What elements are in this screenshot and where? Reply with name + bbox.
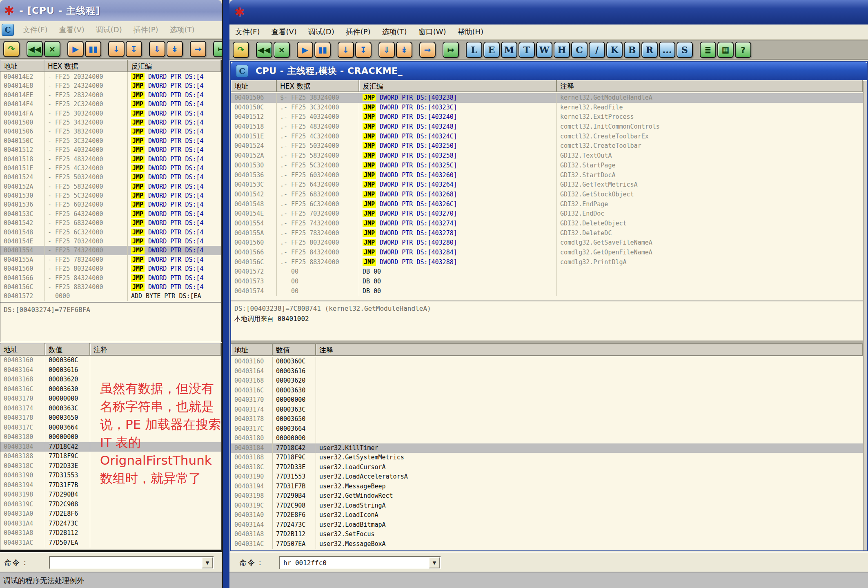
open-file-button[interactable]: ↷ (3, 41, 20, 57)
menu-item[interactable]: 查看(V) (53, 23, 90, 36)
help-button[interactable]: ? (735, 42, 751, 58)
pane-button-T[interactable]: T (519, 42, 535, 58)
disasm-row[interactable]: 00401518.- FF25 48324000JMPDWORD PTR DS:… (231, 122, 863, 132)
menu-item[interactable]: 帮助(H) (452, 25, 489, 38)
menu-item[interactable]: 调试(D) (303, 25, 340, 38)
restart-button[interactable]: ◀◀ (27, 41, 43, 57)
execute-till-return-button[interactable]: → (419, 42, 436, 58)
menu-item[interactable]: 插件(P) (340, 25, 376, 38)
dump-row[interactable]: 0040319C77D2C908user32.LoadStringA (231, 501, 863, 511)
disasm-row[interactable]: 00401524- FF25 50324000JMPDWORD PTR DS:[… (0, 173, 221, 182)
combo-dropdown-arrow-icon[interactable]: ▼ (202, 557, 213, 568)
disasm-row[interactable]: 00401506- FF25 38324000JMPDWORD PTR DS:[… (0, 127, 221, 136)
menu-item[interactable]: 查看(V) (265, 25, 302, 38)
pause-button[interactable]: ▮▮ (314, 42, 331, 58)
disasm-row[interactable]: 0040155A- FF25 78324000JMPDWORD PTR DS:[… (0, 255, 221, 264)
dump-row[interactable]: 0040317800003650 (231, 414, 863, 424)
pane-splitter[interactable] (231, 341, 867, 344)
disasm-row[interactable]: 0040153C- FF25 64324000JMPDWORD PTR DS:[… (0, 209, 221, 218)
dump-row[interactable]: 004031A477D2473Cuser32.LoadBitmapA (231, 520, 863, 530)
menu-item[interactable]: 选项(T) (376, 25, 413, 38)
cpu-child-titlebar[interactable]: C CPU - 主线程,模块 - CRACKME_ (231, 62, 867, 80)
menu-item[interactable]: 调试(D) (90, 23, 128, 36)
step-over-button[interactable]: ↧ (126, 41, 142, 57)
disasm-row[interactable]: 00401542- FF25 68324000JMPDWORD PTR DS:[… (0, 218, 221, 227)
dump-row[interactable]: 004031A877D2B112user32.SetFocus (231, 530, 863, 539)
dump-row[interactable]: 0040318877D18F9Cuser32.GetSystemMetrics (231, 453, 863, 463)
vertical-scrollbar[interactable] (863, 81, 867, 550)
animate-over-button[interactable]: ↡ (396, 42, 412, 58)
menu-item[interactable]: 文件(F) (17, 23, 53, 36)
pane-button-S[interactable]: S (677, 42, 693, 58)
pane-button-slash[interactable]: / (589, 42, 605, 58)
step-over-button[interactable]: ↧ (355, 42, 372, 58)
disasm-row[interactable]: 00401518- FF25 48324000JMPDWORD PTR DS:[… (0, 155, 221, 164)
disasm-row[interactable]: 0040152A- FF25 58324000JMPDWORD PTR DS:[… (0, 182, 221, 191)
disasm-row[interactable]: 00401524.- FF25 50324000JMPDWORD PTR DS:… (231, 141, 863, 151)
disasm-row[interactable]: 0040152A.- FF25 58324000JMPDWORD PTR DS:… (231, 151, 863, 161)
dump-row[interactable]: 0040319077D31553user32.LoadAcceleratorsA (231, 472, 863, 482)
disasm-row[interactable]: 0040150C- FF25 3C324000JMPDWORD PTR DS:[… (0, 136, 221, 145)
go-to-user-code-button[interactable]: ↦ (213, 41, 222, 57)
animate-over-button[interactable]: ↡ (167, 41, 183, 57)
disasm-row[interactable]: 00401572 00DB 00 (231, 267, 863, 277)
dump-row[interactable]: 004031A877D2B112 (0, 528, 221, 538)
disasm-row[interactable]: 00401512.- FF25 40324000JMPDWORD PTR DS:… (231, 112, 863, 122)
disasm-row[interactable]: 0040154E.- FF25 70324000JMPDWORD PTR DS:… (231, 209, 863, 219)
log-window-button[interactable]: ≣ (700, 42, 716, 58)
dump-row[interactable]: 004031600000360C (231, 357, 863, 367)
disasm-row[interactable]: 00401506$- FF25 38324000JMPDWORD PTR DS:… (231, 93, 863, 103)
appearance-button[interactable]: ▦ (717, 42, 734, 58)
dump-row[interactable]: 004031AC77D507EAuser32.MessageBoxA (231, 539, 863, 549)
menu-item[interactable]: 插件(P) (128, 23, 164, 36)
disasm-row[interactable]: 0040156C.- FF25 88324000JMPDWORD PTR DS:… (231, 258, 863, 267)
disasm-row[interactable]: 00401573 00DB 00 (231, 277, 863, 287)
pane-button-L[interactable]: L (466, 42, 482, 58)
pane-button-R[interactable]: R (641, 42, 658, 58)
open-file-button[interactable]: ↷ (233, 42, 249, 58)
step-into-button[interactable]: ↓ (108, 41, 125, 57)
dump-row[interactable]: 0040318000000000 (231, 434, 863, 443)
disasm-row[interactable]: 00401554- FF25 74324000JMPDWORD PTR DS:[… (0, 246, 221, 255)
disasm-row[interactable]: 004014EE- FF25 28324000JMPDWORD PTR DS:[… (0, 91, 221, 100)
menu-item[interactable]: 选项(T) (164, 23, 200, 36)
run-button[interactable]: ▶ (297, 42, 313, 58)
dump-row[interactable]: 004031A077D2E8F6user32.LoadIconA (231, 510, 863, 520)
disasm-row[interactable]: 00401500- FF25 34324000JMPDWORD PTR DS:[… (0, 118, 221, 127)
disasm-row[interactable]: 00401536- FF25 60324000JMPDWORD PTR DS:[… (0, 200, 221, 209)
dump-row[interactable]: 0040318477D18C42user32.KillTimer (231, 443, 863, 453)
dump-row[interactable]: 0040316400003616 (231, 367, 863, 376)
close-program-button[interactable]: × (274, 42, 290, 58)
menu-item[interactable]: 文件(F) (229, 25, 265, 38)
dump-row[interactable]: 0040317000000000 (231, 395, 863, 405)
dump-row[interactable]: 0040319C77D2C908 (0, 500, 221, 510)
disasm-row[interactable]: 00401548.- FF25 6C324000JMPDWORD PTR DS:… (231, 200, 863, 209)
disasm-row[interactable]: 00401554.- FF25 74324000JMPDWORD PTR DS:… (231, 219, 863, 229)
animate-into-button[interactable]: ⇓ (149, 41, 165, 57)
run-button[interactable]: ▶ (67, 41, 84, 57)
menu-item[interactable]: 窗口(W) (413, 25, 452, 38)
dump-row[interactable]: 004031AC77D507EA (0, 538, 221, 548)
restart-button[interactable]: ◀◀ (256, 42, 272, 58)
disasm-row[interactable]: 00401542.- FF25 68324000JMPDWORD PTR DS:… (231, 190, 863, 200)
pane-button-H[interactable]: H (554, 42, 570, 58)
dump-row[interactable]: 004031600000360C (0, 356, 221, 365)
execute-till-return-button[interactable]: → (190, 41, 206, 57)
disasm-row[interactable]: 00401548- FF25 6C324000JMPDWORD PTR DS:[… (0, 228, 221, 237)
mdi-child-system-icon[interactable]: C (2, 24, 14, 36)
pause-button[interactable]: ▮▮ (85, 41, 101, 57)
step-into-button[interactable]: ↓ (338, 42, 354, 58)
disasm-row[interactable]: 00401536.- FF25 60324000JMPDWORD PTR DS:… (231, 171, 863, 180)
disasm-row[interactable]: 00401572 0000ADD BYTE PTR DS:[EA (0, 292, 221, 301)
dump-row[interactable]: 004031A077D2E8F6 (0, 509, 221, 519)
dump-row[interactable]: 0040316C00003630 (231, 386, 863, 396)
dump-row[interactable]: 004031A477D2473C (0, 519, 221, 529)
dump-row[interactable]: 0040318C77D2D33Euser32.LoadCursorA (231, 463, 863, 472)
pane-button-K[interactable]: K (606, 42, 623, 58)
go-to-user-code-button[interactable]: ↦ (443, 42, 459, 58)
disasm-row[interactable]: 0040155A.- FF25 78324000JMPDWORD PTR DS:… (231, 229, 863, 238)
disasm-row[interactable]: 00401566.- FF25 84324000JMPDWORD PTR DS:… (231, 248, 863, 258)
left-command-input[interactable] (50, 557, 202, 568)
disasm-row[interactable]: 00401560.- FF25 80324000JMPDWORD PTR DS:… (231, 238, 863, 248)
left-titlebar[interactable]: ✱ - [CPU - 主线程] (0, 0, 222, 21)
